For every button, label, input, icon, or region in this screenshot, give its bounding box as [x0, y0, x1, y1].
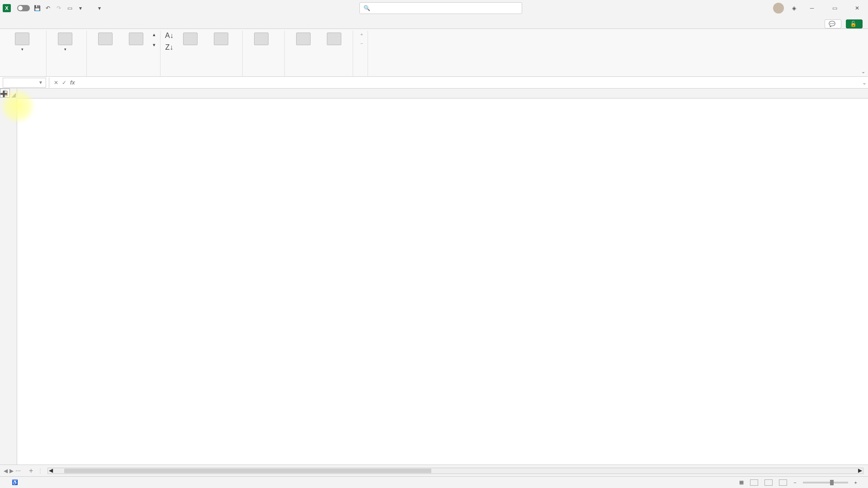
- close-button[interactable]: ✕: [849, 2, 865, 14]
- zoom-in-icon[interactable]: +: [854, 480, 857, 485]
- name-box[interactable]: ▼: [3, 78, 46, 88]
- confirm-icon[interactable]: ✓: [62, 80, 66, 86]
- sheet-prev-icon[interactable]: ◀: [4, 468, 8, 474]
- ribbon-group-label: [91, 74, 156, 76]
- refresh-all-button[interactable]: ▾: [51, 32, 79, 52]
- minimize-button[interactable]: ─: [804, 2, 820, 14]
- scroll-thumb[interactable]: [64, 469, 431, 473]
- row-headers: [0, 99, 17, 465]
- menu-tabs: 💬 🔓: [0, 16, 868, 29]
- expand-formula-icon[interactable]: ⌄: [861, 80, 868, 86]
- chevron-down-icon[interactable]: ▾: [153, 42, 156, 48]
- sort-desc-icon[interactable]: Z↓: [165, 43, 173, 52]
- filter-button[interactable]: [207, 32, 235, 47]
- qat-overflow-icon[interactable]: ▾: [77, 5, 84, 12]
- text-to-columns-button[interactable]: [247, 32, 275, 47]
- sort-button[interactable]: [176, 32, 204, 47]
- scroll-left-icon[interactable]: ◀: [49, 467, 53, 474]
- search-icon: 🔍: [363, 5, 370, 11]
- display-settings-button[interactable]: ▦: [739, 479, 744, 485]
- normal-view-icon[interactable]: [750, 479, 758, 486]
- accessibility-status[interactable]: ♿: [12, 479, 18, 485]
- title-dropdown-icon[interactable]: ▾: [96, 5, 103, 12]
- spreadsheet-grid[interactable]: 📋 ✚: [0, 89, 868, 465]
- paste-options-icon[interactable]: 📋: [0, 89, 10, 98]
- formula-bar: ▼ ✕ ✓ fx ⌄: [0, 77, 868, 89]
- collapse-ribbon-icon[interactable]: ⌄: [861, 69, 865, 75]
- collapse-icon[interactable]: −: [360, 41, 363, 46]
- title-bar: X 💾 ↶ ↷ ▭ ▾ ▾ 🔍 ◈ ─ ▭ ✕: [0, 0, 868, 16]
- sheet-tab-bar: ◀ ▶ ⋯ + ⋮ ◀▶: [0, 465, 868, 476]
- ribbon-group-label: [8, 74, 42, 76]
- scroll-right-icon[interactable]: ▶: [858, 467, 862, 474]
- stocks-icon: [98, 33, 113, 45]
- fx-icon[interactable]: fx: [70, 80, 75, 86]
- cells-area[interactable]: [17, 99, 868, 465]
- currencies-button[interactable]: [122, 32, 150, 47]
- maximize-button[interactable]: ▭: [826, 2, 843, 14]
- excel-logo-icon: X: [3, 4, 11, 12]
- zoom-out-icon[interactable]: −: [793, 480, 796, 485]
- stocks-button[interactable]: [91, 32, 119, 47]
- get-data-button[interactable]: ▾: [8, 32, 36, 52]
- page-layout-view-icon[interactable]: [764, 479, 773, 486]
- status-bar: ♿ ▦ − +: [0, 476, 868, 488]
- currency-icon: [129, 33, 143, 45]
- horizontal-scrollbar[interactable]: ◀▶: [47, 468, 863, 474]
- sheet-menu-icon[interactable]: ⋯: [15, 468, 21, 474]
- undo-icon[interactable]: ↶: [44, 5, 52, 12]
- chevron-down-icon[interactable]: ▼: [38, 80, 43, 85]
- filter-icon: [214, 33, 228, 45]
- chevron-up-icon[interactable]: ▴: [153, 32, 156, 38]
- ribbon: ▾ ▾ ▴▾ A↓Z↓: [0, 29, 868, 77]
- forecast-icon: [327, 33, 341, 45]
- forecast-button[interactable]: [320, 32, 348, 47]
- database-icon: [15, 33, 29, 45]
- refresh-icon: [58, 33, 72, 45]
- sort-asc-icon[interactable]: A↓: [165, 32, 174, 40]
- ribbon-group-label: [289, 74, 348, 76]
- columns-icon: [254, 33, 269, 45]
- save-icon[interactable]: 💾: [33, 5, 41, 12]
- ribbon-group-label: [51, 74, 82, 76]
- what-if-button[interactable]: [289, 32, 317, 47]
- user-avatar-icon[interactable]: [773, 3, 784, 14]
- zoom-slider[interactable]: [803, 482, 848, 483]
- diamond-icon[interactable]: ◈: [790, 5, 797, 12]
- sheet-next-icon[interactable]: ▶: [9, 468, 14, 474]
- camera-icon[interactable]: ▭: [66, 5, 73, 12]
- toggle-switch-icon[interactable]: [17, 5, 30, 11]
- comments-button[interactable]: 💬: [825, 19, 841, 28]
- ribbon-group-label: [358, 74, 363, 76]
- ribbon-group-label: [165, 74, 238, 76]
- share-button[interactable]: 🔓: [846, 19, 863, 28]
- whatif-icon: [296, 33, 311, 45]
- column-headers: [0, 89, 868, 99]
- expand-icon[interactable]: +: [360, 32, 363, 37]
- autosave-toggle[interactable]: [14, 5, 30, 11]
- sort-icon: [183, 33, 198, 45]
- add-sheet-button[interactable]: +: [24, 467, 38, 475]
- page-break-view-icon[interactable]: [779, 479, 787, 486]
- search-input[interactable]: 🔍: [359, 2, 522, 14]
- cancel-icon[interactable]: ✕: [54, 80, 58, 86]
- formula-input[interactable]: [77, 78, 861, 88]
- ribbon-group-label: [247, 74, 280, 76]
- redo-icon[interactable]: ↷: [55, 5, 62, 12]
